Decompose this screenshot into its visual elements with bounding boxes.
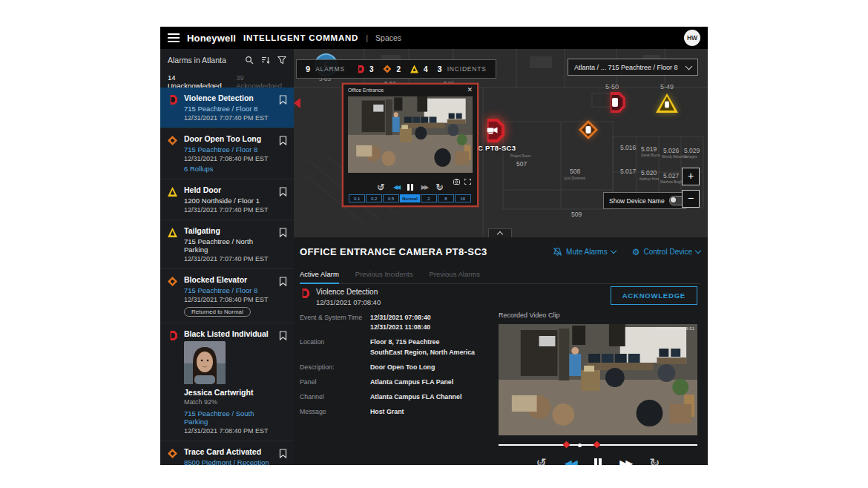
alarm-item-tailgating[interactable]: Tailgating 715 Peachtree / North Parking… — [160, 220, 294, 269]
alarm-item-door-open-too-long[interactable]: Door Open Too Long 715 Peachtree / Floor… — [160, 128, 294, 179]
sidebar-title: Alarms in Atlanta — [168, 56, 239, 65]
field-row: Description: Door Open Too Long — [300, 363, 494, 372]
speed-0.2[interactable]: 0.2 — [366, 194, 382, 202]
pause-icon[interactable] — [407, 184, 413, 191]
floor-plan-map[interactable]: E 5-63 5-56 549 5-50 5-49 9 ALARMS 3 2 4… — [294, 49, 708, 237]
alarms-count: 9 — [306, 65, 310, 73]
sidebar-header: Alarms in Atlanta — [160, 49, 294, 69]
bookmark-icon[interactable] — [279, 330, 287, 343]
rollups-link[interactable]: 6 Rollups — [184, 165, 274, 173]
alarm-location-link[interactable]: 715 Peachtree / Floor 8 — [184, 286, 274, 294]
orange-diamond-icon — [168, 277, 177, 286]
room-occupant: Kathryn Hunt — [640, 177, 659, 181]
match-percent: Match 92% — [184, 398, 274, 406]
skip-forward-30-icon[interactable]: ↻30 — [435, 182, 444, 192]
alarm-item-trace-card-activated[interactable]: Trace Card Activated 8500 Piedmont / Rec… — [160, 441, 294, 465]
speed-2[interactable]: 2 — [421, 194, 437, 202]
field-row: Channel Atlanta Campus FLA Channel — [300, 392, 494, 402]
map-marker-orange-diamond[interactable] — [579, 120, 598, 139]
menu-icon[interactable] — [168, 33, 180, 42]
event-marker[interactable] — [563, 441, 571, 449]
room-name-project-room: Project Room — [510, 154, 530, 158]
zoom-out-button[interactable]: − — [682, 190, 700, 208]
bookmark-icon[interactable] — [279, 276, 287, 289]
bookmark-icon[interactable] — [279, 94, 287, 108]
field-value: Atlanta Campus FLA Channel — [370, 392, 461, 402]
alarm-location-link[interactable]: 715 Peachtree / South Parking — [184, 409, 274, 426]
location-selector[interactable]: Atlanta / ... 715 Peachtree / Floor 8 — [568, 59, 698, 76]
section-label: Spaces — [375, 33, 401, 42]
red-hexagon-icon — [356, 65, 364, 73]
field-value: Host Grant — [370, 407, 404, 417]
mute-alarms-button[interactable]: Mute Alarms — [553, 247, 616, 257]
rewind-icon[interactable]: ◀◀ — [565, 458, 576, 465]
location-selector-value: Atlanta / ... 715 Peachtree / Floor 8 — [574, 64, 682, 71]
playhead[interactable] — [578, 444, 582, 447]
recorded-video-frame[interactable]: 13-50-0213 14:26:51 — [499, 324, 697, 435]
speed-0.1[interactable]: 0.1 — [349, 194, 365, 202]
bookmark-icon[interactable] — [279, 227, 287, 240]
speed-8[interactable]: 8 — [438, 194, 454, 202]
room-number: 5.019 — [641, 145, 657, 153]
alarm-location[interactable]: 715 Peachtree / Floor 8 — [184, 105, 274, 113]
alarm-title: Held Door — [184, 185, 274, 194]
room-number-508: 508 — [570, 168, 580, 175]
close-icon[interactable]: ✕ — [467, 87, 473, 93]
bookmark-icon[interactable] — [279, 135, 287, 148]
user-avatar[interactable]: HW — [684, 30, 700, 46]
video-progress-bar[interactable] — [499, 442, 697, 448]
show-device-name-label: Show Device Name — [609, 197, 665, 205]
pause-icon[interactable] — [594, 458, 602, 466]
control-device-button[interactable]: ⚙ Control Device — [632, 248, 700, 257]
collapse-panel-button[interactable] — [488, 228, 512, 237]
map-marker-yellow-triangle[interactable] — [656, 93, 678, 113]
topbar-divider: | — [366, 33, 368, 42]
bookmark-icon[interactable] — [279, 186, 287, 200]
rewind-icon[interactable]: ◀◀ — [393, 184, 399, 191]
map-marker-red-hexagon[interactable] — [605, 92, 625, 113]
alarm-location: 715 Peachtree / North Parking — [184, 237, 274, 254]
field-label: Event & System Time — [300, 313, 370, 332]
tab-active-alarm[interactable]: Active Alarm — [300, 267, 339, 283]
room-number: 5.017 — [620, 168, 636, 175]
sort-icon[interactable] — [261, 56, 270, 65]
zoom-in-button[interactable]: + — [682, 168, 700, 185]
chevron-down-icon — [695, 248, 701, 254]
speed-0.5[interactable]: 0.5 — [383, 194, 399, 202]
fast-forward-icon[interactable]: ▶▶ — [619, 458, 631, 465]
speed-normal[interactable]: Normal — [400, 194, 420, 202]
alarm-location-link[interactable]: 715 Peachtree / Floor 8 — [184, 145, 274, 154]
screenshot-stage: Honeywell INTELLIGENT COMMAND | Spaces H… — [0, 0, 868, 488]
popup-player-controls: ↺30 ◀◀ ▶▶ ↻30 — [343, 182, 477, 192]
alarm-item-held-door[interactable]: Held Door 1200 Northside / Floor 1 12/31… — [160, 179, 294, 220]
alarm-location-link[interactable]: 8500 Piedmont / Reception — [184, 458, 274, 465]
alarm-item-black-listed-individual[interactable]: Black Listed Individual Jessica Cartwrig… — [160, 323, 294, 441]
search-icon[interactable] — [245, 56, 254, 65]
mute-bell-icon — [553, 247, 562, 257]
filter-icon[interactable] — [277, 56, 286, 65]
field-label: Location — [300, 337, 370, 357]
bookmark-icon[interactable] — [279, 448, 287, 461]
skip-back-30-icon[interactable]: ↺30 — [377, 182, 385, 192]
alarm-item-blocked-elevator[interactable]: Blocked Elevator 715 Peachtree / Floor 8… — [160, 269, 294, 323]
alarm-time: 12/31/2021 7:07:40 PM EST — [184, 255, 274, 263]
room-occupant: Derek Boyce — [641, 154, 660, 157]
tab-previous-alarms[interactable]: Previous Alarms — [429, 267, 480, 283]
skip-back-30-icon[interactable]: ↺30 — [536, 457, 547, 465]
event-marker[interactable] — [593, 441, 600, 449]
yellow-triangle-icon — [168, 187, 177, 197]
tab-previous-incidents[interactable]: Previous Incidents — [355, 267, 413, 283]
fast-forward-icon[interactable]: ▶▶ — [421, 184, 427, 191]
skip-forward-30-icon[interactable]: ↻30 — [649, 457, 660, 465]
field-row: Event & System Time 12/31/2021 07:08:401… — [300, 313, 494, 332]
alarm-item-violence-detection[interactable]: Violence Detection 715 Peachtree / Floor… — [160, 88, 294, 128]
red-hexagon-icon — [168, 331, 177, 340]
acknowledge-button[interactable]: ACKNOWLEDGE — [611, 286, 697, 305]
red-hexagon-icon — [168, 95, 177, 105]
camera-marker-pt8-sc3[interactable] — [481, 119, 504, 142]
product-name: INTELLIGENT COMMAND — [243, 33, 358, 42]
camera-popup: Office Entrance ✕ ↺30 ◀◀ ▶▶ ↻30 0.1 0.2 … — [342, 83, 479, 207]
speed-16[interactable]: 16 — [455, 194, 471, 202]
active-alarm-row: Violence Detection 12/31/2021 07:08:40 — [300, 288, 381, 306]
brand-logo: Honeywell — [187, 33, 236, 44]
